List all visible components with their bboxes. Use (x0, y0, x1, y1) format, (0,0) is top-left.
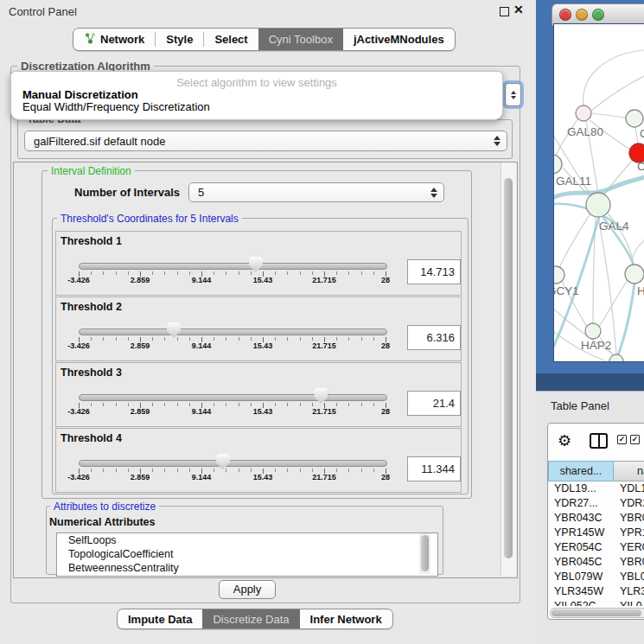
slider-tick (373, 403, 374, 406)
table-row[interactable]: YDR27...YDR2 (548, 497, 644, 512)
list-item[interactable]: TopologicalCoefficient (57, 547, 437, 561)
numerical-attributes-list[interactable]: SelfLoopsTopologicalCoefficientBetweenne… (56, 532, 438, 577)
attributes-list-scrollbar-thumb[interactable] (421, 535, 429, 571)
split-columns-icon[interactable] (590, 433, 608, 449)
horizontal-scrollbar[interactable] (550, 608, 644, 618)
table-row[interactable]: YLR345WYLR3 (548, 585, 644, 600)
bottom-tab-impute-data[interactable]: Impute Data (118, 609, 202, 628)
cell-name: YER0 (620, 541, 644, 553)
slider-tick-label: 21.715 (312, 341, 336, 350)
graph-edge-highlighted (616, 284, 634, 360)
slider-tick (336, 271, 337, 275)
window-shadow-strip (536, 373, 644, 391)
threshold-value-field[interactable]: 14.713 (407, 259, 461, 284)
graph-node-GAL4[interactable] (586, 193, 610, 217)
slider-track[interactable] (79, 328, 387, 335)
thresholds-group-title: Threshold's Coordinates for 5 Intervals (57, 213, 242, 225)
slider-tick (287, 337, 288, 341)
slider-tick (116, 403, 117, 406)
graph-edge (633, 240, 644, 266)
close-traffic-light-icon[interactable] (559, 9, 571, 21)
threshold-value-field[interactable]: 11.344 (407, 456, 461, 481)
algorithm-option-2[interactable]: Equal Width/Frequency Discretization (22, 100, 210, 113)
checkbox-icon[interactable]: ✓ (630, 435, 640, 444)
list-item[interactable]: SelfLoops (57, 533, 437, 547)
top-tab-jactivemnodules[interactable]: jActiveMNodules (343, 29, 455, 50)
slider-tick-label: 9.144 (192, 473, 212, 481)
top-tab-style[interactable]: Style (156, 29, 203, 50)
checkbox-icon[interactable]: ✓ (617, 435, 627, 444)
gear-icon[interactable]: ⚙ (558, 431, 571, 450)
bottom-tab-discretize-data[interactable]: Discretize Data (202, 609, 299, 628)
table-row[interactable]: YPR145WYPR1 (548, 526, 644, 541)
graph-node-GA[interactable] (626, 110, 643, 127)
table-row[interactable]: YIL052CYIL0 (548, 600, 644, 606)
slider-tick (164, 403, 165, 406)
slider-tick (251, 469, 252, 472)
apply-button[interactable]: Apply (219, 580, 276, 599)
cell-name: YBR0 (620, 556, 644, 568)
top-tab-label: Style (166, 33, 193, 46)
top-tab-select[interactable]: Select (204, 29, 258, 50)
slider-tick (189, 337, 190, 341)
table-row[interactable]: YER054CYER0 (548, 541, 644, 556)
graph-node-GAL11[interactable] (554, 155, 562, 174)
slider-tick-label: 28 (381, 473, 390, 481)
table-row[interactable]: YBL079WYBL0 (548, 571, 644, 585)
network-window-titlebar[interactable] (552, 3, 644, 26)
slider-tick (361, 469, 362, 472)
window-title: Control Panel (9, 5, 77, 18)
slider-tick (300, 469, 301, 472)
graph-node-HAP2[interactable] (585, 323, 601, 339)
algorithm-combo-stepper[interactable] (505, 83, 521, 106)
table-data-combobox-value: galFiltered.sif default node (25, 135, 494, 148)
slider-tick (116, 271, 117, 275)
graph-node-GAL80[interactable] (576, 105, 591, 121)
num-intervals-combobox[interactable]: 5 (188, 182, 444, 202)
column-header-name[interactable]: na (614, 461, 644, 481)
close-icon[interactable]: ✕ (513, 3, 524, 16)
vertical-scrollbar-thumb[interactable] (504, 178, 513, 558)
network-canvas[interactable]: GAL80GACGAL11GAL4GCY1HHAP2 (554, 24, 644, 361)
minimize-traffic-light-icon[interactable] (576, 9, 588, 21)
cell-shared-name: YER054C (554, 541, 603, 553)
slider-tick (239, 271, 239, 275)
algorithm-option-1[interactable]: Manual Discretization (22, 88, 138, 101)
zoom-traffic-light-icon[interactable] (592, 9, 604, 21)
slider-thumb[interactable] (314, 388, 328, 404)
vertical-scrollbar[interactable] (501, 163, 516, 576)
screenshot-root: Control Panel ✕ NetworkStyleSelectCyni T… (0, 0, 644, 644)
slider-track[interactable] (79, 460, 387, 467)
list-item[interactable]: BetweennessCentrality (57, 561, 437, 575)
top-tab-cyni-toolbox[interactable]: Cyni Toolbox (258, 29, 343, 50)
table-row[interactable]: YDL19...YDL1 (548, 482, 644, 497)
slider-thumb[interactable] (249, 257, 263, 272)
graph-node-H[interactable] (625, 265, 644, 284)
slider-tick-label: 21.715 (312, 276, 336, 284)
top-tab-network[interactable]: Network (73, 29, 155, 50)
attributes-list-scrollbar[interactable] (419, 533, 430, 574)
table-row[interactable]: YBR043CYBR0 (548, 512, 644, 526)
graph-node-partial-node[interactable] (609, 354, 623, 361)
slider-tick-label: 15.43 (253, 407, 273, 416)
threshold-value-field[interactable]: 21.4 (407, 391, 461, 416)
slider-thumb[interactable] (216, 454, 230, 469)
graph-node-label: GAL4 (599, 220, 629, 233)
num-intervals-label: Number of Intervals (74, 186, 180, 199)
slider-tick (239, 337, 239, 341)
slider-track[interactable] (79, 263, 387, 270)
table-row[interactable]: YBR045CYBR0 (548, 556, 644, 571)
slider-tick (164, 271, 165, 275)
slider-tick (275, 403, 276, 406)
column-header-shared-name[interactable]: shared... (548, 461, 614, 481)
slider-thumb[interactable] (167, 322, 181, 338)
float-window-icon[interactable] (500, 7, 509, 16)
slider-tick (373, 337, 374, 341)
graph-node-GCY1[interactable] (554, 266, 564, 284)
bottom-tab-infer-network[interactable]: Infer Network (300, 609, 392, 628)
threshold-value-field[interactable]: 6.316 (407, 325, 461, 350)
slider-track[interactable] (79, 394, 387, 401)
horizontal-scrollbar-thumb[interactable] (552, 609, 641, 616)
slider-tick (177, 469, 178, 472)
table-data-combobox[interactable]: galFiltered.sif default node (24, 131, 507, 151)
